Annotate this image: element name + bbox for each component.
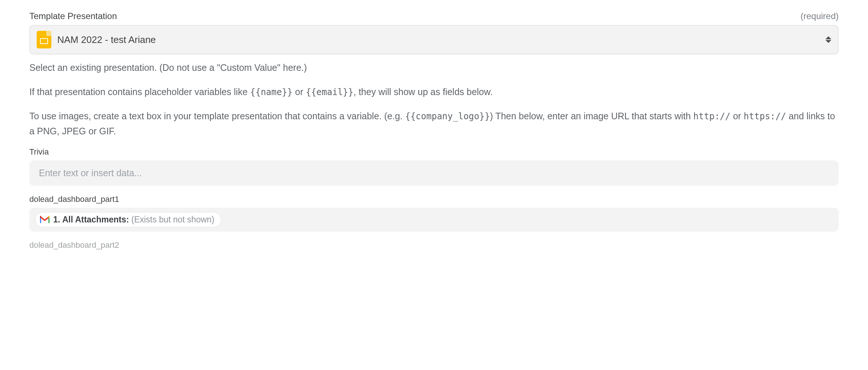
pill-content: 1. All Attachments: (Exists but not show… xyxy=(53,215,214,225)
help-text-block: Select an existing presentation. (Do not… xyxy=(29,60,839,138)
dashboard-part2-label: dolead_dashboard_part2 xyxy=(29,240,839,250)
field-header: Template Presentation (required) xyxy=(29,11,839,21)
code-https: https:// xyxy=(744,111,786,121)
sort-arrows-icon xyxy=(825,36,831,43)
code-logo-var: {{company_logo}} xyxy=(405,111,490,121)
dropdown-content: NAM 2022 - test Ariane xyxy=(37,31,156,48)
code-email-var: {{email}} xyxy=(306,87,353,97)
trivia-input[interactable] xyxy=(29,160,839,186)
help-paragraph-2: If that presentation contains placeholde… xyxy=(29,84,839,99)
gmail-icon xyxy=(40,216,50,223)
required-indicator: (required) xyxy=(800,11,839,21)
pill-main-text: 1. All Attachments: xyxy=(53,215,131,224)
trivia-section: Trivia xyxy=(29,147,839,186)
template-presentation-label: Template Presentation xyxy=(29,11,117,21)
pill-suffix-text: (Exists but not shown) xyxy=(131,215,214,224)
dropdown-selected-value: NAM 2022 - test Ariane xyxy=(57,34,156,46)
help-paragraph-1: Select an existing presentation. (Do not… xyxy=(29,60,839,75)
help-paragraph-3: To use images, create a text box in your… xyxy=(29,109,839,138)
trivia-label: Trivia xyxy=(29,147,839,157)
google-slides-icon xyxy=(37,31,51,48)
dashboard-part1-section: dolead_dashboard_part1 1. All Attachment… xyxy=(29,195,839,232)
template-presentation-dropdown[interactable]: NAM 2022 - test Ariane xyxy=(29,25,839,54)
code-http: http:// xyxy=(693,111,730,121)
template-presentation-section: Template Presentation (required) NAM 202… xyxy=(29,11,839,138)
attachment-pill[interactable]: 1. All Attachments: (Exists but not show… xyxy=(35,212,221,227)
dashboard-part1-label: dolead_dashboard_part1 xyxy=(29,195,839,204)
code-name-var: {{name}} xyxy=(250,87,293,97)
dashboard-part1-field[interactable]: 1. All Attachments: (Exists but not show… xyxy=(29,208,839,232)
